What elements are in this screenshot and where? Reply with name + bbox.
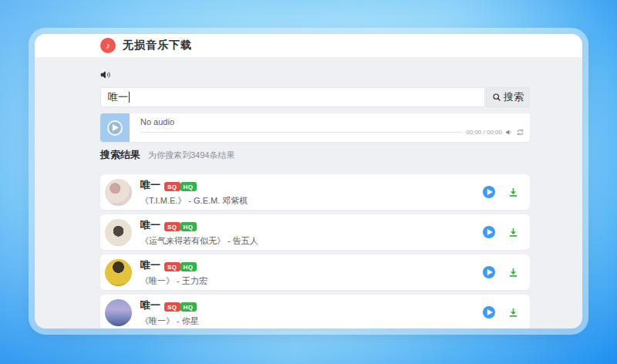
play-icon: [487, 189, 493, 195]
badge-hq: HQ: [180, 302, 197, 312]
song-subtitle: 《T.I.M.E.》 - G.E.M. 邓紫棋: [140, 195, 483, 207]
magnifier-icon: [492, 93, 501, 102]
song-title: 唯一: [140, 218, 160, 232]
song-info: 唯一 SQHQ 《唯一》 - 王力宏: [140, 258, 483, 287]
player-volume-button[interactable]: [506, 129, 513, 136]
song-subtitle: 《唯一》 - 王力宏: [140, 275, 483, 287]
quality-badges: SQHQ: [164, 298, 197, 312]
download-icon: [507, 227, 519, 238]
header-bar: ♪ 无损音乐下载: [35, 34, 582, 58]
song-subtitle: 《运气来得若有似无》 - 告五人: [140, 235, 483, 247]
badge-sq: SQ: [164, 302, 180, 312]
song-row: 唯一 SQHQ 《运气来得若有似无》 - 告五人: [100, 214, 530, 250]
player-loop-button[interactable]: [517, 129, 524, 136]
song-avatar: [105, 179, 132, 206]
page-background: ♪ 无损音乐下载 唯一: [0, 0, 617, 364]
song-row: 唯一 SQHQ 《T.I.M.E.》 - G.E.M. 邓紫棋: [100, 174, 530, 210]
song-info: 唯一 SQHQ 《唯一》 - 你星: [140, 298, 483, 327]
song-actions: [483, 266, 519, 278]
song-list: 唯一 SQHQ 《T.I.M.E.》 - G.E.M. 邓紫棋 唯一 SQHQ: [100, 174, 530, 329]
play-icon: [112, 124, 119, 131]
song-download-button[interactable]: [507, 187, 519, 198]
quality-badges: SQHQ: [164, 178, 197, 192]
play-icon: [487, 229, 493, 235]
song-info: 唯一 SQHQ 《T.I.M.E.》 - G.E.M. 邓紫棋: [140, 178, 483, 207]
music-note-logo-icon: ♪: [100, 38, 116, 53]
quality-badges: SQHQ: [164, 218, 197, 232]
search-button[interactable]: 搜索: [486, 87, 530, 107]
player-artwork: [100, 113, 130, 142]
badge-sq: SQ: [164, 222, 180, 231]
main-content: 唯一 搜索 No audio: [100, 69, 530, 329]
song-avatar: [105, 219, 132, 246]
song-title: 唯一: [140, 258, 160, 272]
player-progress-bar[interactable]: [140, 132, 462, 133]
song-title: 唯一: [140, 178, 160, 192]
player-time: 00:00 / 00:00: [466, 129, 502, 136]
text-caret: [129, 92, 130, 103]
play-icon: [487, 269, 493, 275]
search-bar: 唯一 搜索: [100, 87, 530, 107]
song-subtitle: 《唯一》 - 你星: [140, 315, 483, 327]
results-summary: 为你搜索到3494条结果: [148, 150, 234, 161]
song-info: 唯一 SQHQ 《运气来得若有似无》 - 告五人: [140, 218, 483, 247]
badge-sq: SQ: [164, 262, 180, 271]
search-input[interactable]: 唯一: [100, 87, 485, 107]
song-download-button[interactable]: [507, 307, 519, 318]
speaker-icon: [100, 69, 111, 80]
song-actions: [483, 306, 519, 318]
song-row: 唯一 SQHQ 《唯一》 - 你星: [100, 295, 530, 329]
volume-toggle[interactable]: [100, 69, 530, 80]
play-icon: [487, 309, 493, 315]
song-title: 唯一: [140, 298, 160, 312]
player-body: No audio 00:00 / 00:00: [130, 113, 530, 142]
badge-hq: HQ: [180, 262, 197, 271]
audio-player: No audio 00:00 / 00:00: [100, 113, 530, 142]
badge-hq: HQ: [180, 182, 197, 191]
results-heading: 搜索结果: [100, 148, 140, 162]
repeat-icon: [517, 129, 524, 136]
song-actions: [483, 226, 519, 238]
song-play-button[interactable]: [483, 306, 495, 318]
speaker-icon: [506, 129, 513, 136]
badge-hq: HQ: [180, 222, 197, 231]
quality-badges: SQHQ: [164, 258, 197, 272]
song-play-button[interactable]: [483, 226, 495, 238]
download-icon: [507, 187, 519, 198]
search-button-label: 搜索: [504, 90, 524, 104]
player-play-button[interactable]: [107, 120, 123, 136]
search-query-text: 唯一: [108, 90, 128, 104]
page-title: 无损音乐下载: [123, 39, 192, 52]
song-avatar: [105, 259, 132, 286]
download-icon: [507, 307, 519, 318]
song-avatar: [105, 299, 132, 326]
download-icon: [507, 267, 519, 278]
badge-sq: SQ: [164, 182, 180, 191]
app-window: ♪ 无损音乐下载 唯一: [35, 34, 582, 329]
song-actions: [483, 186, 519, 198]
song-download-button[interactable]: [507, 267, 519, 278]
song-row: 唯一 SQHQ 《唯一》 - 王力宏: [100, 254, 530, 290]
player-status: No audio: [140, 117, 524, 126]
song-play-button[interactable]: [483, 266, 495, 278]
song-download-button[interactable]: [507, 227, 519, 238]
results-header: 搜索结果 为你搜索到3494条结果: [100, 148, 530, 162]
song-play-button[interactable]: [483, 186, 495, 198]
